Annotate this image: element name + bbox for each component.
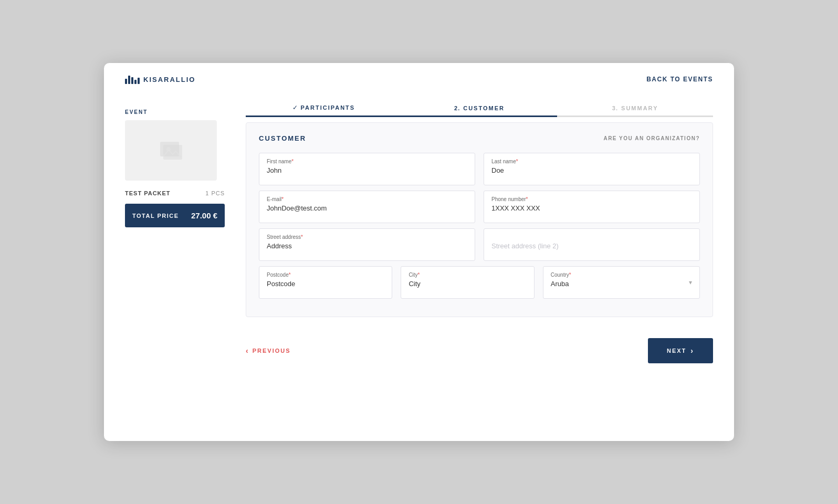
country-value: Aruba — [551, 280, 692, 288]
header: KISARALLIO BACK TO EVENTS — [104, 63, 734, 93]
packet-row: TEST PACKET 1 PCS — [125, 190, 225, 196]
first-name-value: John — [267, 166, 467, 174]
step-summary[interactable]: 3. SUMMARY — [557, 105, 713, 117]
city-label: City* — [408, 272, 526, 278]
country-field[interactable]: Country* Aruba ▾ — [543, 266, 700, 299]
step-participants[interactable]: ✓ PARTICIPANTS — [246, 104, 402, 117]
email-field[interactable]: E-mail* JohnDoe@test.com — [259, 191, 475, 223]
page-container: KISARALLIO BACK TO EVENTS EVENT TEST PAC… — [104, 63, 734, 441]
street-label: Street address* — [267, 234, 467, 240]
city-value: City — [408, 280, 526, 288]
phone-label: Phone number* — [491, 196, 692, 202]
email-value: JohnDoe@test.com — [267, 204, 467, 212]
org-link[interactable]: ARE YOU AN ORGANIZATION? — [603, 135, 700, 141]
step-customer-name: CUSTOMER — [463, 105, 505, 111]
step-customer-bar — [402, 116, 558, 117]
phone-field[interactable]: Phone number* 1XXX XXX XXX — [484, 191, 700, 223]
first-name-label: First name* — [267, 159, 467, 164]
logo: KISARALLIO — [125, 75, 195, 84]
step-summary-name: SUMMARY — [621, 105, 658, 111]
street-value: Address — [267, 242, 467, 250]
email-label: E-mail* — [267, 196, 467, 202]
street2-placeholder: Street address (line 2) — [491, 242, 692, 250]
image-placeholder-icon — [158, 138, 184, 164]
logo-icon — [125, 75, 140, 84]
packet-name: TEST PACKET — [125, 190, 171, 196]
next-label: NEXT — [667, 348, 686, 354]
event-label: EVENT — [125, 109, 225, 115]
steps-nav: ✓ PARTICIPANTS 2. CUSTOMER 3. — [246, 104, 713, 117]
logo-bar-2 — [128, 76, 130, 84]
postcode-value: Postcode — [267, 280, 384, 288]
street2-field[interactable]: placeholder Street address (line 2) — [484, 228, 700, 261]
phone-value: 1XXX XXX XXX — [491, 204, 692, 212]
step-participants-name: PARTICIPANTS — [301, 104, 355, 111]
step-summary-bar — [557, 116, 713, 117]
step-participants-label-row: ✓ PARTICIPANTS — [292, 104, 355, 111]
logo-text: KISARALLIO — [143, 76, 195, 83]
step-summary-label-row: 3. SUMMARY — [612, 105, 658, 111]
next-chevron-icon: › — [690, 346, 694, 355]
last-name-value: Doe — [491, 166, 692, 174]
step-customer-num: 2. — [454, 105, 460, 111]
back-to-events-link[interactable]: BACK TO EVENTS — [646, 76, 713, 83]
logo-bar-4 — [134, 80, 137, 84]
step-participants-bar — [246, 116, 402, 117]
city-field[interactable]: City* City — [401, 266, 534, 299]
form-row-contact: E-mail* JohnDoe@test.com Phone number* 1… — [259, 191, 700, 228]
step-customer[interactable]: 2. CUSTOMER — [402, 105, 558, 117]
step-customer-label-row: 2. CUSTOMER — [454, 105, 505, 111]
last-name-label: Last name* — [491, 159, 692, 164]
next-button[interactable]: NEXT › — [648, 338, 713, 363]
postcode-label: Postcode* — [267, 272, 384, 278]
event-image — [125, 120, 217, 181]
first-name-field[interactable]: First name* John — [259, 153, 475, 185]
packet-qty: 1 PCS — [205, 190, 225, 196]
right-panel: ✓ PARTICIPANTS 2. CUSTOMER 3. — [246, 93, 713, 363]
logo-bar-1 — [125, 79, 127, 84]
prev-label: PREVIOUS — [253, 348, 291, 354]
total-price-value: 27.00 € — [191, 211, 217, 220]
total-price-label: TOTAL PRICE — [132, 213, 179, 219]
total-price-box: TOTAL PRICE 27.00 € — [125, 204, 225, 227]
form-row-name: First name* John Last name* Doe — [259, 153, 700, 191]
logo-bar-3 — [131, 77, 133, 84]
check-icon: ✓ — [292, 104, 298, 111]
prev-chevron-icon: ‹ — [246, 346, 249, 355]
last-name-field[interactable]: Last name* Doe — [484, 153, 700, 185]
logo-bar-5 — [138, 78, 140, 84]
street-field[interactable]: Street address* Address — [259, 228, 475, 261]
step-summary-num: 3. — [612, 105, 618, 111]
customer-form-section: CUSTOMER ARE YOU AN ORGANIZATION? First … — [246, 122, 713, 317]
form-row-street: Street address* Address placeholder Stre… — [259, 228, 700, 266]
previous-button[interactable]: ‹ PREVIOUS — [246, 346, 291, 355]
sidebar: EVENT TEST PACKET 1 PCS TOTAL PRICE 27.0… — [125, 93, 225, 363]
form-section-title: CUSTOMER — [259, 134, 306, 142]
nav-buttons: ‹ PREVIOUS NEXT › — [246, 338, 713, 363]
form-row-location: Postcode* Postcode City* City Country* — [259, 266, 700, 304]
main-content: EVENT TEST PACKET 1 PCS TOTAL PRICE 27.0… — [104, 93, 734, 384]
country-label: Country* — [551, 272, 692, 278]
postcode-field[interactable]: Postcode* Postcode — [259, 266, 392, 299]
form-section-header: CUSTOMER ARE YOU AN ORGANIZATION? — [259, 134, 700, 142]
